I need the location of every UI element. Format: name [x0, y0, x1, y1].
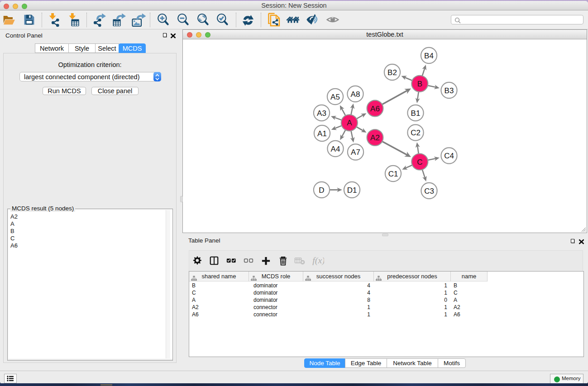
svg-text:A7: A7	[351, 148, 360, 157]
svg-text:C1: C1	[388, 170, 398, 178]
svg-text:A4: A4	[331, 145, 340, 153]
svg-text:D1: D1	[347, 186, 357, 195]
svg-text:C: C	[417, 158, 422, 167]
svg-text:C4: C4	[444, 152, 454, 160]
svg-text:D: D	[319, 186, 324, 195]
svg-text:A2: A2	[370, 133, 380, 142]
svg-text:A6: A6	[370, 105, 380, 113]
svg-text:C3: C3	[424, 187, 434, 195]
svg-text:A5: A5	[330, 93, 340, 101]
svg-text:B1: B1	[411, 109, 421, 118]
svg-text:B4: B4	[424, 52, 434, 60]
svg-text:A: A	[347, 119, 352, 127]
svg-text:C2: C2	[411, 129, 421, 137]
svg-text:A8: A8	[351, 90, 360, 99]
svg-text:f(x): f(x)	[312, 255, 324, 266]
svg-text:B3: B3	[445, 86, 454, 95]
svg-text:B2: B2	[387, 68, 397, 77]
svg-text:A3: A3	[317, 109, 326, 118]
svg-text:A1: A1	[317, 129, 327, 138]
svg-text:B: B	[417, 80, 422, 88]
